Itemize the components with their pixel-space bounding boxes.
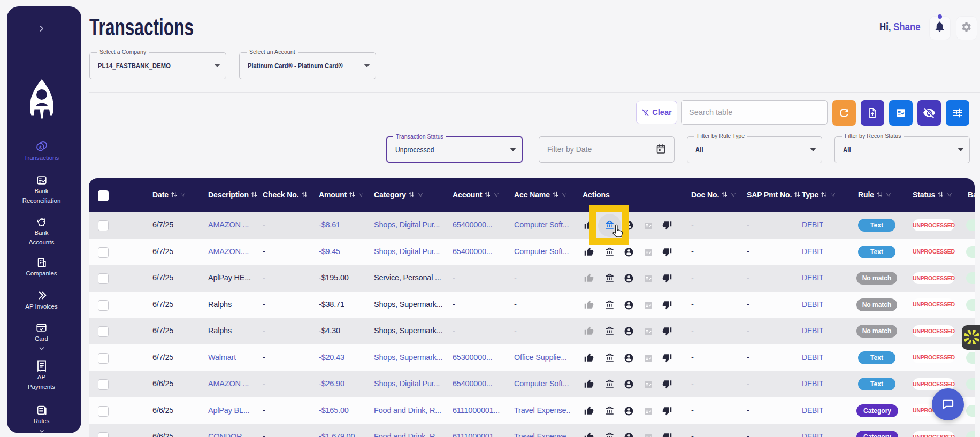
svg-text:$: $ [39,145,41,150]
